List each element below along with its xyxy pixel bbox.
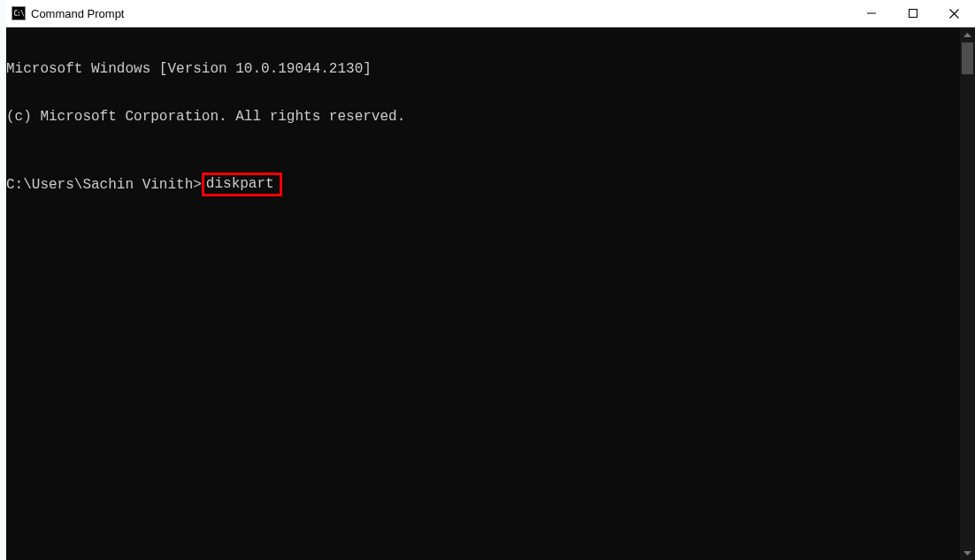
minimize-icon xyxy=(867,9,876,18)
minimize-button[interactable] xyxy=(850,0,892,27)
command-highlight: diskpart xyxy=(202,173,282,196)
prompt-text: C:\Users\Sachin Vinith> xyxy=(6,177,202,193)
chevron-down-icon xyxy=(963,550,971,556)
scroll-up-button[interactable] xyxy=(960,27,975,42)
prompt-line: C:\Users\Sachin Vinith>diskpart xyxy=(6,173,960,196)
chevron-up-icon xyxy=(963,33,971,38)
window-title: Command Prompt xyxy=(31,7,850,20)
terminal-area-wrap: Microsoft Windows [Version 10.0.19044.21… xyxy=(6,27,975,560)
maximize-icon xyxy=(909,9,917,18)
version-line: Microsoft Windows [Version 10.0.19044.21… xyxy=(6,61,960,77)
command-prompt-window: C:\ Command Prompt Microsoft Windows [Ve… xyxy=(6,0,975,560)
titlebar[interactable]: C:\ Command Prompt xyxy=(6,0,975,27)
svg-rect-0 xyxy=(909,10,917,18)
window-controls xyxy=(850,0,975,27)
maximize-button[interactable] xyxy=(892,0,933,27)
scroll-down-button[interactable] xyxy=(960,545,975,560)
background-edge xyxy=(0,0,6,560)
scroll-thumb[interactable] xyxy=(962,42,973,74)
close-icon xyxy=(949,9,959,19)
copyright-line: (c) Microsoft Corporation. All rights re… xyxy=(6,109,960,125)
terminal-area[interactable]: Microsoft Windows [Version 10.0.19044.21… xyxy=(6,27,960,560)
close-button[interactable] xyxy=(933,0,975,27)
cmd-icon: C:\ xyxy=(12,6,26,20)
vertical-scrollbar[interactable] xyxy=(960,27,975,560)
